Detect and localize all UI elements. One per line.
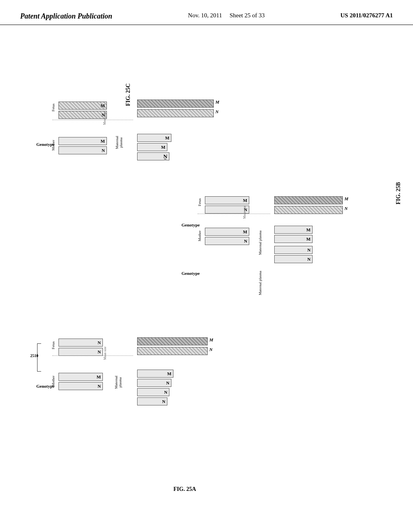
fig25b-fetus-N-label: N	[344, 206, 348, 211]
fig25b-maternal-plasma-label2: Maternal plasma	[258, 271, 262, 295]
fig25b-mother-right-N-bars: N N	[274, 246, 313, 263]
fig25c-plasma-bars: M M N̲	[137, 134, 171, 160]
fig25a-fetus-label: Fetus	[51, 341, 55, 349]
fig25b-fetus-label: Fetus	[198, 198, 202, 206]
fig25b-maternal-plasma-label: Maternal plasma	[258, 231, 262, 255]
fig25c-label: FIG. 25C	[125, 83, 131, 106]
fig25b-fetus-M-label: M	[344, 196, 348, 201]
sheet-info: Sheet 25 of 33	[229, 12, 265, 19]
fig25b-mother-right-bars-top: M M	[274, 226, 313, 243]
fig25a-fetus-M-right: M	[209, 337, 213, 342]
fig25a-fetus-right-barM	[137, 337, 208, 355]
fig25c-fetus-N-right: N	[215, 109, 219, 114]
fig25a-fetus-N-right: N	[209, 347, 213, 352]
fig25b-fetus-mean-label: Mean size	[243, 206, 246, 219]
page-header: Patent Application Publication Nov. 10, …	[0, 0, 413, 25]
fig25c-fetus-mean-label: Mean size	[103, 112, 106, 125]
publication-date: Nov. 10, 2011	[188, 12, 222, 19]
fig25b-fetus-right-bars	[274, 196, 343, 214]
fig25c-fetus-bar-M: M N	[58, 102, 107, 119]
publication-date-sheet: Nov. 10, 2011 Sheet 25 of 33	[188, 12, 265, 19]
fig25a-genotype-label: Genotype	[36, 384, 54, 389]
fig25b-genotype-label: Genotype	[181, 222, 200, 227]
publication-number: US 2011/0276277 A1	[340, 12, 393, 19]
fig25a-label: FIG. 25A	[173, 486, 196, 493]
fig25a-mother-bars: M N	[58, 373, 103, 390]
fig25c-fetus-mean-line	[52, 120, 133, 120]
fig25c-mother-bars: M N	[58, 137, 107, 154]
fig25a-fetus-mean-label: Mean size	[103, 347, 107, 360]
fig25b-fetus-mean-line	[198, 214, 270, 214]
fig25c-fetus-M-right: M	[215, 100, 219, 104]
fig25b-label: FIG. 25B	[395, 182, 402, 204]
fig25a-fetus-bars: N N	[58, 339, 103, 356]
fig25c-genotype-label: Genotype	[36, 142, 54, 147]
fig25c-fetus-label: Fetus	[51, 104, 55, 112]
fig25a-maternal-plasma-label: Maternalplasma	[114, 376, 122, 389]
fig25a-plasma-bars: M N N N	[137, 370, 173, 405]
fig25a-reference-2510: 2510	[30, 353, 38, 358]
fig25b-genotype-label2: Genotype	[181, 271, 200, 276]
fig25b-mother-label: Mother	[198, 231, 202, 241]
publication-title: Patent Application Publication	[20, 12, 112, 21]
fig25c-maternal-plasma-label: Maternalplasma	[115, 136, 123, 149]
fig25b-mother-bars: M N	[205, 228, 249, 245]
fig25a-fetus-mean-line	[52, 355, 133, 356]
main-content: FIG. 25C Fetus M N Mean size M N Mother …	[0, 25, 413, 525]
fig25c-fetus-right-barM	[137, 100, 214, 117]
